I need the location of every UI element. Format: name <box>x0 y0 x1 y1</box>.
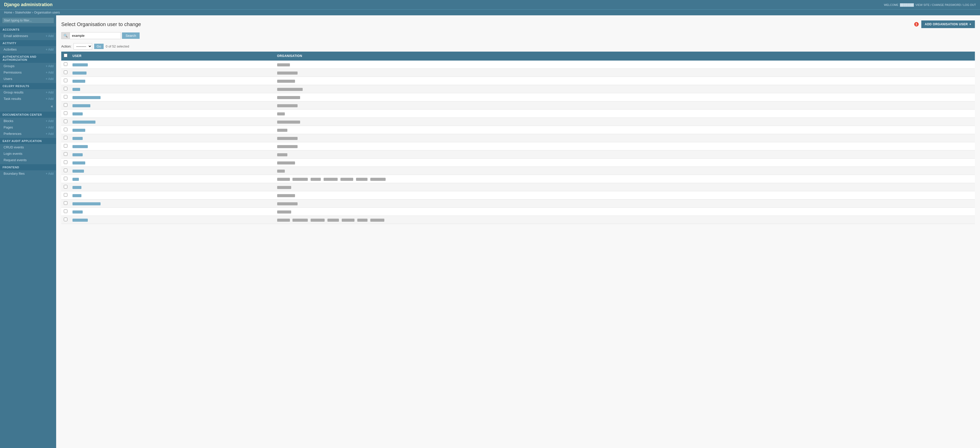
row-checkbox[interactable] <box>64 112 67 115</box>
row-checkbox[interactable] <box>64 152 67 156</box>
sidebar-collapse[interactable]: « <box>0 102 56 111</box>
header-right: WELCOME ███████ VIEW SITE / CHANGE PASSW… <box>884 3 976 6</box>
org-cell <box>277 202 298 206</box>
user-cell[interactable] <box>73 129 85 132</box>
data-table: USER ORGANISATION <box>61 52 975 224</box>
action-select[interactable]: --------- <box>73 43 92 49</box>
user-cell[interactable] <box>73 96 100 99</box>
task-results-add-link[interactable]: + Add <box>46 97 54 100</box>
pages-link[interactable]: Pages <box>3 125 13 129</box>
user-cell[interactable] <box>73 153 83 156</box>
user-cell[interactable] <box>73 170 84 173</box>
user-cell[interactable] <box>73 80 85 83</box>
row-checkbox[interactable] <box>64 169 67 172</box>
user-cell[interactable] <box>73 178 79 181</box>
row-checkbox[interactable] <box>64 79 67 82</box>
row-checkbox[interactable] <box>64 201 67 205</box>
table-row <box>61 101 975 110</box>
row-checkbox[interactable] <box>64 128 67 131</box>
users-add-link[interactable]: + Add <box>46 77 54 81</box>
activities-add-link[interactable]: + Add <box>46 48 54 51</box>
org-cell <box>277 63 290 66</box>
activities-link[interactable]: Activities <box>3 48 17 51</box>
search-button[interactable]: Search <box>122 32 140 39</box>
permissions-link[interactable]: Permissions <box>3 70 22 74</box>
request-events-link[interactable]: Request events <box>3 158 27 162</box>
crud-events-link[interactable]: CRUD events <box>3 145 24 149</box>
row-checkbox[interactable] <box>64 103 67 107</box>
row-checkbox[interactable] <box>64 177 67 180</box>
collapse-icon[interactable]: « <box>49 103 55 110</box>
task-results-link[interactable]: Task results <box>3 97 21 100</box>
sidebar-item-activities: Activities + Add <box>0 46 56 53</box>
user-cell[interactable] <box>73 72 86 75</box>
row-checkbox[interactable] <box>64 136 67 139</box>
groups-link[interactable]: Groups <box>3 64 14 68</box>
view-site-link[interactable]: VIEW SITE <box>915 3 930 6</box>
boundary-files-add-link[interactable]: + Add <box>46 172 54 175</box>
boundary-files-link[interactable]: Boundary files <box>3 172 24 175</box>
header: Django administration WELCOME ███████ VI… <box>0 0 980 10</box>
sidebar-item-groups: Groups + Add <box>0 63 56 69</box>
user-cell[interactable] <box>73 210 83 214</box>
email-addresses-link[interactable]: Email addresses <box>3 34 28 38</box>
group-results-add-link[interactable]: + Add <box>46 91 54 94</box>
header-organisation-col: ORGANISATION <box>275 52 975 60</box>
email-addresses-add-link[interactable]: + Add <box>46 34 54 38</box>
user-cell[interactable] <box>73 104 90 107</box>
user-cell[interactable] <box>73 88 80 91</box>
selected-count: 0 of 52 selected <box>106 45 129 48</box>
user-cell[interactable] <box>73 112 83 115</box>
add-organisation-user-button[interactable]: ADD ORGANISATION USER + <box>921 21 975 28</box>
row-checkbox[interactable] <box>64 185 67 188</box>
users-link[interactable]: Users <box>3 77 12 81</box>
breadcrumb-home[interactable]: Home <box>4 11 12 14</box>
row-checkbox[interactable] <box>64 95 67 99</box>
sidebar-item-pages: Pages + Add <box>0 124 56 131</box>
layout: ACCOUNTS Email addresses + Add ACTIVITY … <box>0 15 980 448</box>
row-checkbox[interactable] <box>64 87 67 91</box>
user-cell[interactable] <box>73 186 81 189</box>
user-cell[interactable] <box>73 145 88 148</box>
row-checkbox[interactable] <box>64 218 67 221</box>
search-input[interactable] <box>70 32 121 39</box>
row-checkbox[interactable] <box>64 193 67 197</box>
sidebar-item-users: Users + Add <box>0 76 56 82</box>
user-cell[interactable] <box>73 218 88 222</box>
user-cell[interactable] <box>73 121 95 124</box>
user-cell[interactable] <box>73 194 81 197</box>
org-cell-7 <box>370 178 386 181</box>
blocks-link[interactable]: Blocks <box>3 119 13 123</box>
blocks-add-link[interactable]: + Add <box>46 119 54 123</box>
table-row <box>61 142 975 150</box>
pages-add-link[interactable]: + Add <box>46 126 54 129</box>
site-title: Django administration <box>4 2 52 7</box>
row-checkbox[interactable] <box>64 209 67 213</box>
user-cell[interactable] <box>73 63 88 66</box>
org-cell <box>277 218 290 222</box>
user-cell[interactable] <box>73 137 83 140</box>
login-events-link[interactable]: Login events <box>3 152 22 156</box>
breadcrumb-stakeholder[interactable]: Stakeholder <box>15 11 32 14</box>
preferences-link[interactable]: Preferences <box>3 132 21 136</box>
row-checkbox[interactable] <box>64 144 67 148</box>
preferences-add-link[interactable]: + Add <box>46 132 54 136</box>
org-cell <box>277 72 298 75</box>
permissions-add-link[interactable]: + Add <box>46 71 54 74</box>
log-out-link[interactable]: LOG OUT <box>963 3 976 6</box>
page-title: Select Organisation user to change <box>61 21 141 27</box>
change-password-link[interactable]: CHANGE PASSWORD <box>932 3 961 6</box>
table-row <box>61 216 975 224</box>
org-cell-5 <box>340 178 353 181</box>
group-results-link[interactable]: Group results <box>3 91 24 94</box>
sidebar-filter-input[interactable] <box>2 18 54 24</box>
row-checkbox[interactable] <box>64 120 67 123</box>
user-cell[interactable] <box>73 202 100 206</box>
row-checkbox[interactable] <box>64 160 67 164</box>
groups-add-link[interactable]: + Add <box>46 64 54 68</box>
go-button[interactable]: Go <box>94 44 103 49</box>
row-checkbox[interactable] <box>64 62 67 66</box>
user-cell[interactable] <box>73 161 85 164</box>
select-all-checkbox[interactable] <box>64 54 67 57</box>
row-checkbox[interactable] <box>64 70 67 74</box>
